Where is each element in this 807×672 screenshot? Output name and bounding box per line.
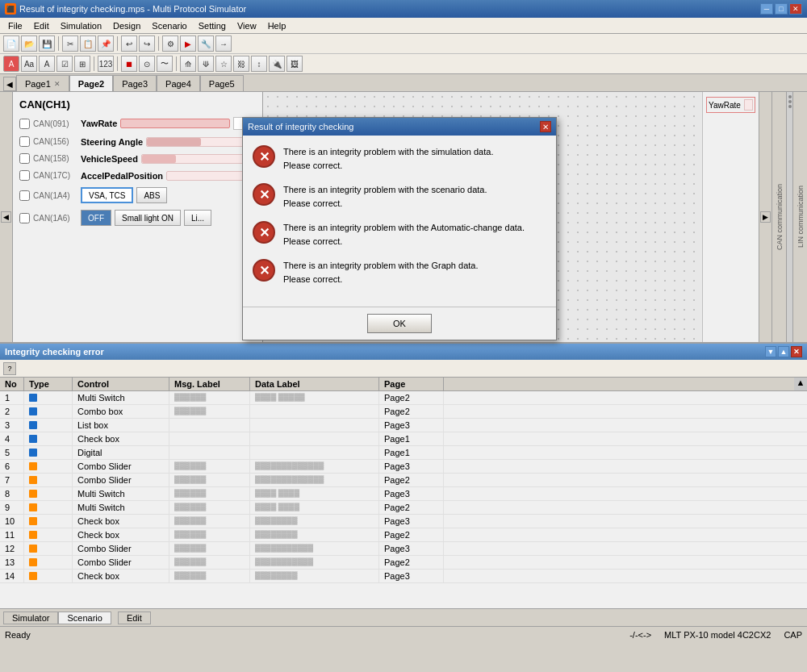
dialog-close-button[interactable]: ✕ [540, 121, 551, 132]
error-icon-3: ✕ [253, 221, 275, 244]
dialog-row-1: ✕ There is an integrity problem with the… [253, 145, 546, 172]
dialog-row-3: ✕ There is an integrity problem with the… [253, 221, 546, 248]
dialog-title-bar: Result of integrity checking ✕ [243, 118, 556, 136]
dialog-body: ✕ There is an integrity problem with the… [243, 136, 556, 307]
dialog-msg-4: There is an integrity problem with the G… [283, 259, 479, 286]
dialog-row-4: ✕ There is an integrity problem with the… [253, 259, 546, 286]
error-icon-1: ✕ [253, 145, 275, 168]
dialog-msg-3: There is an integrity problem with the A… [283, 221, 525, 248]
dialog-msg-2: There is an integrity problem with the s… [283, 183, 487, 210]
error-icon-4: ✕ [253, 259, 275, 282]
error-icon-2: ✕ [253, 183, 275, 206]
dialog-overlay: Result of integrity checking ✕ ✕ There i… [0, 0, 807, 672]
integrity-dialog: Result of integrity checking ✕ ✕ There i… [242, 117, 557, 340]
ok-button[interactable]: OK [367, 314, 432, 333]
dialog-footer: OK [243, 307, 556, 340]
dialog-row-2: ✕ There is an integrity problem with the… [253, 183, 546, 210]
dialog-title: Result of integrity checking [248, 122, 353, 131]
dialog-msg-1: There is an integrity problem with the s… [283, 145, 493, 172]
